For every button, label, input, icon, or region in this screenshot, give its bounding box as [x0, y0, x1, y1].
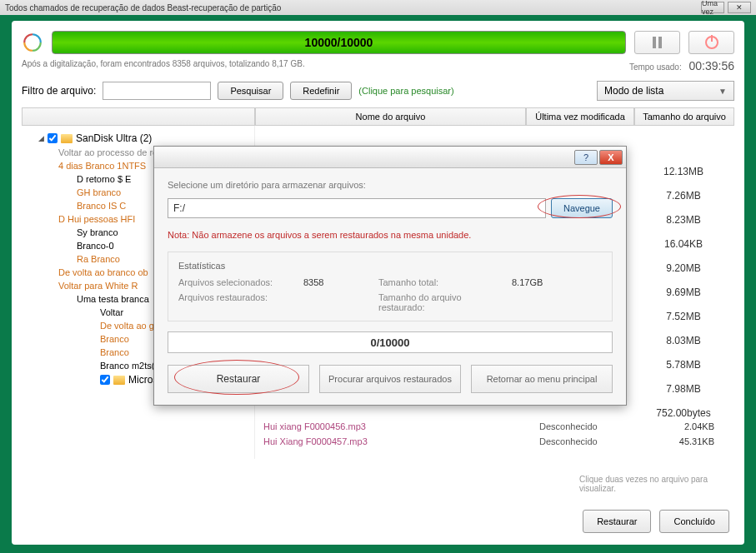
size-value: 7.52MB [666, 311, 700, 322]
size-value: 8.03MB [666, 335, 700, 346]
main-panel: 10000/10000 Após a digitalização, foram … [12, 21, 744, 545]
collapse-icon[interactable]: ◢ [38, 134, 44, 142]
reset-button[interactable]: Redefinir [290, 82, 352, 100]
minimize-button[interactable]: Uma vez [701, 2, 724, 13]
file-name: Hui Xiang F0000457.mp3 [258, 436, 539, 446]
scan-progress-bar: 10000/10000 [52, 31, 626, 54]
size-value: 16.04KB [664, 238, 703, 250]
file-name: Hui xiang F0000456.mp3 [258, 421, 539, 431]
size-value: 9.20MB [666, 262, 700, 274]
statistics-panel: Estatísticas Arquivos selecionados: 8358… [168, 252, 613, 321]
tree-root-label: SanDisk Ultra (2) [76, 132, 152, 144]
time-value: 00:39:56 [689, 59, 735, 72]
col-date[interactable]: Última vez modificada [526, 107, 634, 126]
spinner-icon [22, 32, 43, 53]
power-icon [705, 36, 718, 49]
size-value: 8.23MB [666, 214, 700, 226]
done-button[interactable]: Concluído [659, 510, 729, 533]
stat-value: 8358 [303, 277, 370, 287]
title-bar: Todos chamados de recuperação de dados B… [0, 0, 756, 15]
filter-input[interactable] [103, 82, 211, 100]
item-checkbox[interactable] [100, 375, 110, 385]
size-value: 7.98MB [666, 383, 700, 395]
root-checkbox[interactable] [48, 133, 58, 143]
file-size: 45.31KB [648, 436, 731, 446]
dialog-search-button[interactable]: Procurar arquivos restaurados [319, 365, 461, 393]
file-date: Desconhecido [539, 421, 648, 431]
folder-icon [61, 134, 73, 143]
folder-icon [113, 376, 125, 385]
list-item[interactable]: Hui Xiang F0000457.mp3 Desconhecido 45.3… [255, 434, 734, 449]
size-value: 5.78MB [666, 359, 700, 371]
pause-icon [653, 37, 662, 48]
size-value: 9.69MB [666, 286, 700, 298]
search-hint: (Clique para pesquisar) [358, 86, 453, 96]
stat-label: Arquivos selecionados: [178, 277, 295, 287]
warning-note: Nota: Não armazene os arquivos a serem r… [168, 230, 613, 240]
scan-summary: Após a digitalização, foram encontrados … [22, 59, 305, 72]
dialog-titlebar: ? X [154, 147, 626, 168]
path-input[interactable] [168, 198, 546, 218]
filter-label: Filtro de arquivo: [22, 85, 96, 97]
restore-progress: 0/10000 [168, 331, 613, 353]
col-name[interactable]: Nome do arquivo [255, 107, 526, 126]
file-size: 2.04KB [648, 421, 731, 431]
view-mode-select[interactable]: Modo de lista ▼ [597, 81, 734, 101]
dialog-help-button[interactable]: ? [574, 150, 598, 165]
size-value: 752.00bytes [656, 407, 710, 419]
tree-header [22, 107, 255, 126]
size-value: 12.13MB [663, 166, 703, 177]
size-column: 12.13MB 7.26MB 8.23MB 16.04KB 9.20MB 9.6… [638, 166, 729, 419]
time-used: Tempo usado: 00:39:56 [629, 59, 734, 72]
stop-button[interactable] [688, 31, 734, 54]
stat-label: Arquivos restaurados: [178, 292, 295, 312]
column-headers: Nome do arquivo Última vez modificada Ta… [22, 107, 734, 126]
dialog-return-button[interactable]: Retornar ao menu principal [471, 365, 613, 393]
list-item[interactable]: Hui xiang F0000456.mp3 Desconhecido 2.04… [255, 419, 734, 434]
close-window-button[interactable]: ✕ [728, 2, 751, 13]
restore-button[interactable]: Restaurar [583, 510, 651, 533]
stat-label: Tamanho do arquivo restaurado: [378, 292, 503, 312]
doubleclick-hint: Clique duas vezes no arquivo para visual… [579, 475, 729, 493]
stat-value: 8.17GB [512, 277, 578, 287]
file-date: Desconhecido [539, 436, 648, 446]
browse-button[interactable]: Navegue [551, 198, 613, 218]
restore-dialog: ? X Selecione um diretório para armazena… [153, 146, 627, 406]
size-value: 7.26MB [666, 190, 700, 202]
chevron-down-icon: ▼ [718, 87, 727, 96]
stat-label: Tamanho total: [378, 277, 503, 287]
col-size[interactable]: Tamanho do arquivo [634, 107, 734, 126]
dialog-restore-button[interactable]: Restaurar [168, 365, 309, 393]
progress-text: 10000/10000 [305, 36, 373, 49]
dialog-prompt: Selecione um diretório para armazenar ar… [168, 180, 613, 190]
pause-button[interactable] [634, 31, 680, 54]
dialog-close-button[interactable]: X [599, 150, 623, 165]
window-title: Todos chamados de recuperação de dados B… [5, 3, 281, 12]
stats-title: Estatísticas [178, 261, 602, 271]
search-button[interactable]: Pesquisar [218, 82, 283, 100]
